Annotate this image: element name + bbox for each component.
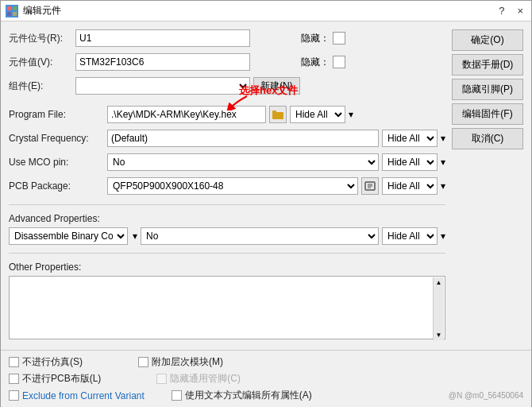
hide-checkbox-2[interactable] bbox=[333, 56, 345, 68]
title-bar-right: ? × bbox=[495, 4, 526, 17]
crystal-label: Crystal Frequency: bbox=[9, 133, 104, 144]
dropdown-arrow-2: ▾ bbox=[441, 133, 445, 144]
value-row: 元件值(V): STM32F103C6 隐藏： bbox=[9, 53, 445, 71]
mco-select[interactable]: No Yes bbox=[107, 153, 379, 171]
no-pcb-checkbox[interactable] bbox=[9, 374, 19, 384]
component-row: 组件(E): 新建(N) bbox=[9, 77, 445, 95]
advanced-hide-select[interactable]: Hide All bbox=[382, 227, 438, 245]
browse-file-button[interactable] bbox=[269, 106, 287, 123]
separator-1 bbox=[9, 204, 445, 205]
no-sim-checkbox[interactable] bbox=[9, 357, 19, 367]
edit-text-checkbox[interactable] bbox=[172, 390, 182, 401]
close-button[interactable]: × bbox=[514, 4, 526, 17]
svg-rect-1 bbox=[13, 6, 17, 10]
other-title: Other Properties: bbox=[9, 262, 81, 273]
bottom-row-1: 不进行仿真(S) 附加层次模块(M) bbox=[9, 355, 523, 369]
confirm-button[interactable]: 确定(O) bbox=[452, 29, 523, 51]
bottom-row-2: 不进行PCB布版(L) 隐藏通用管脚(C) bbox=[9, 372, 523, 386]
exclude-variant-checkbox[interactable] bbox=[9, 390, 19, 401]
advanced-section: Advanced Properties: Disassemble Binary … bbox=[9, 213, 445, 245]
ref-input[interactable]: U1 bbox=[75, 29, 250, 47]
hide-pin-button[interactable]: 隐藏引脚(P) bbox=[452, 79, 523, 100]
scrollbar[interactable]: ▲ ▼ bbox=[433, 277, 444, 340]
other-textarea-wrapper: ▲ ▼ bbox=[9, 276, 445, 342]
svg-rect-2 bbox=[7, 12, 11, 16]
edit-firmware-button[interactable]: 编辑固件(F) bbox=[452, 103, 523, 125]
pcb-browse-icon bbox=[364, 181, 376, 191]
program-file-row: Program File: .\Key\MDK-ARM\Key\Key.hex … bbox=[9, 106, 445, 123]
databook-button[interactable]: 数据手册(D) bbox=[452, 54, 523, 76]
hide-checkbox-1[interactable] bbox=[333, 32, 345, 45]
svg-rect-6 bbox=[272, 110, 276, 113]
program-file-label: Program File: bbox=[9, 109, 104, 120]
edit-text-label[interactable]: 使用文本方式编辑所有属性(A) bbox=[172, 389, 312, 402]
title-bar-left: 编辑元件 bbox=[6, 4, 61, 17]
pcb-label: PCB Package: bbox=[9, 180, 104, 192]
pcb-select[interactable]: QFP50P900X900X160-48 bbox=[107, 177, 358, 195]
program-file-section: 选择hex文件 Program File: .\Key\MDK-ARM\Key\… bbox=[9, 106, 445, 125]
app-icon bbox=[6, 5, 18, 17]
dropdown-arrow-5: ▾ bbox=[441, 231, 445, 242]
folder-icon bbox=[272, 110, 283, 119]
advanced-property-select[interactable]: Disassemble Binary Code bbox=[9, 227, 128, 245]
scroll-down-icon[interactable]: ▼ bbox=[436, 331, 442, 339]
pcb-row: PCB Package: QFP50P900X900X160-48 Hide A… bbox=[9, 177, 445, 195]
dropdown-arrow-3: ▾ bbox=[441, 157, 445, 168]
help-button[interactable]: ? bbox=[495, 4, 507, 17]
exclude-variant-label[interactable]: Exclude from Current Variant bbox=[9, 390, 145, 401]
svg-rect-3 bbox=[13, 12, 17, 16]
advanced-value-select[interactable]: No Yes bbox=[141, 227, 379, 245]
component-label: 组件(E): bbox=[9, 79, 72, 93]
watermark: @N @m0_56450064 bbox=[449, 391, 523, 400]
other-section: Other Properties: ▲ ▼ bbox=[9, 262, 445, 342]
ref-label: 元件位号(R): bbox=[9, 32, 72, 45]
ref-row: 元件位号(R): U1 隐藏： bbox=[9, 29, 445, 47]
new-button[interactable]: 新建(N) bbox=[253, 77, 300, 95]
right-panel: 确定(O) 数据手册(D) 隐藏引脚(P) 编辑固件(F) 取消(C) bbox=[452, 29, 523, 342]
pcb-browse-button[interactable] bbox=[361, 177, 379, 195]
main-content: 元件位号(R): U1 隐藏： 元件值(V): STM32F103C6 隐藏： … bbox=[1, 21, 531, 350]
component-select[interactable] bbox=[75, 77, 250, 95]
program-file-input[interactable]: .\Key\MDK-ARM\Key\Key.hex bbox=[107, 106, 266, 123]
advanced-row: Disassemble Binary Code ▾ No Yes Hide Al… bbox=[9, 227, 445, 245]
mco-row: Use MCO pin: No Yes Hide All ▾ bbox=[9, 153, 445, 171]
hide-label-2: 隐藏： bbox=[301, 56, 330, 69]
cancel-button[interactable]: 取消(C) bbox=[452, 128, 523, 149]
mco-hide-select[interactable]: Hide All bbox=[382, 153, 438, 171]
no-sim-label[interactable]: 不进行仿真(S) bbox=[9, 355, 83, 369]
main-panel: 元件位号(R): U1 隐藏： 元件值(V): STM32F103C6 隐藏： … bbox=[9, 29, 445, 342]
title-bar: 编辑元件 ? × bbox=[1, 1, 531, 21]
crystal-input[interactable]: (Default) bbox=[107, 130, 379, 147]
other-properties-textarea[interactable] bbox=[9, 276, 445, 339]
value-label: 元件值(V): bbox=[9, 56, 72, 69]
separator-2 bbox=[9, 253, 445, 254]
svg-rect-0 bbox=[7, 6, 11, 10]
dropdown-arrow-1: ▾ bbox=[349, 109, 353, 120]
no-pcb-label[interactable]: 不进行PCB布版(L) bbox=[9, 372, 101, 386]
adv-arrow: ▾ bbox=[133, 231, 137, 242]
advanced-title: Advanced Properties: bbox=[9, 213, 100, 224]
hide-common-checkbox[interactable] bbox=[156, 374, 167, 384]
dropdown-arrow-4: ▾ bbox=[441, 180, 445, 192]
bottom-row-3: Exclude from Current Variant 使用文本方式编辑所有属… bbox=[9, 389, 523, 402]
value-input[interactable]: STM32F103C6 bbox=[75, 53, 250, 71]
dialog: 编辑元件 ? × 元件位号(R): U1 隐藏： 元件值(V): STM3 bbox=[0, 0, 532, 407]
title-text: 编辑元件 bbox=[23, 4, 61, 17]
bottom-panel: 不进行仿真(S) 附加层次模块(M) 不进行PCB布版(L) 隐藏通用管脚(C)… bbox=[1, 350, 531, 407]
crystal-row: Crystal Frequency: (Default) Hide All ▾ bbox=[9, 130, 445, 147]
hide-common-label[interactable]: 隐藏通用管脚(C) bbox=[156, 372, 241, 386]
attach-sub-label[interactable]: 附加层次模块(M) bbox=[138, 355, 223, 369]
program-file-hide-select[interactable]: Hide All bbox=[290, 106, 345, 123]
attach-sub-checkbox[interactable] bbox=[138, 357, 148, 367]
hide-label-1: 隐藏： bbox=[301, 32, 330, 45]
scroll-up-icon[interactable]: ▲ bbox=[436, 279, 442, 286]
pcb-hide-select[interactable]: Hide All bbox=[382, 177, 438, 195]
mco-label: Use MCO pin: bbox=[9, 157, 104, 168]
crystal-hide-select[interactable]: Hide All bbox=[382, 130, 438, 147]
